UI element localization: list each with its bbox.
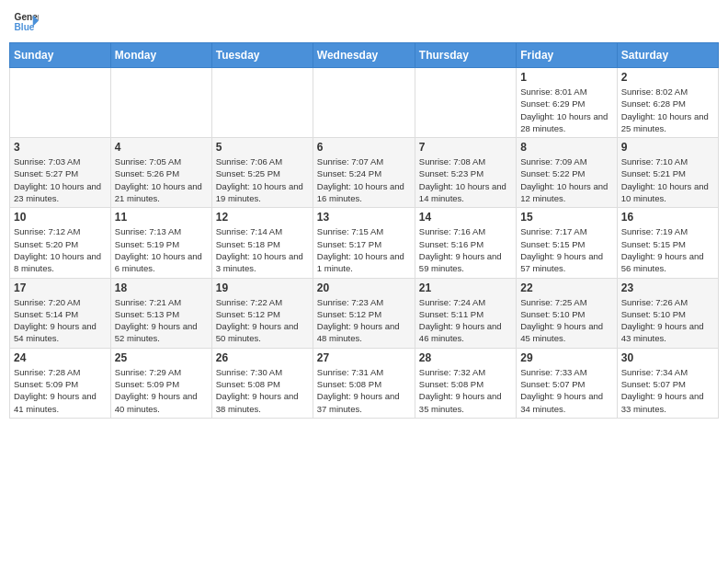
day-info: Sunrise: 7:16 AM Sunset: 5:16 PM Dayligh…	[419, 225, 512, 274]
day-number: 11	[115, 211, 208, 224]
calendar-cell: 24 Sunrise: 7:28 AM Sunset: 5:09 PM Dayl…	[10, 348, 111, 418]
sunrise-text: Sunrise: 7:25 AM	[520, 297, 586, 307]
daylight-text: Daylight: 10 hours and 14 minutes.	[419, 181, 506, 203]
sunset-text: Sunset: 6:28 PM	[621, 98, 686, 109]
day-number: 28	[419, 351, 512, 364]
daylight-text: Daylight: 9 hours and 56 minutes.	[621, 251, 704, 273]
daylight-text: Daylight: 10 hours and 3 minutes.	[216, 251, 303, 273]
sunset-text: Sunset: 5:13 PM	[115, 309, 179, 319]
day-number: 7	[419, 141, 512, 154]
sunset-text: Sunset: 5:12 PM	[216, 309, 280, 319]
logo: General Blue	[13, 9, 39, 35]
sunrise-text: Sunrise: 7:19 AM	[621, 226, 688, 236]
day-number: 12	[216, 211, 309, 224]
day-number: 20	[317, 282, 411, 294]
calendar-cell	[10, 68, 111, 138]
calendar-cell: 19 Sunrise: 7:22 AM Sunset: 5:12 PM Dayl…	[211, 278, 313, 348]
calendar-cell: 27 Sunrise: 7:31 AM Sunset: 5:08 PM Dayl…	[313, 348, 415, 418]
day-info: Sunrise: 7:21 AM Sunset: 5:13 PM Dayligh…	[115, 296, 208, 345]
calendar-cell	[211, 68, 313, 138]
day-info: Sunrise: 7:13 AM Sunset: 5:19 PM Dayligh…	[115, 225, 208, 274]
daylight-text: Daylight: 9 hours and 40 minutes.	[115, 391, 198, 413]
sunset-text: Sunset: 5:23 PM	[419, 168, 483, 178]
day-number: 25	[115, 351, 208, 364]
weekday-header-monday: Monday	[110, 43, 211, 68]
calendar-cell: 28 Sunrise: 7:32 AM Sunset: 5:08 PM Dayl…	[415, 348, 516, 418]
calendar-cell	[415, 68, 516, 138]
day-info: Sunrise: 7:09 AM Sunset: 5:22 PM Dayligh…	[520, 155, 612, 204]
daylight-text: Daylight: 10 hours and 28 minutes.	[520, 111, 608, 133]
day-number: 10	[14, 211, 107, 224]
sunset-text: Sunset: 5:25 PM	[216, 168, 280, 178]
day-info: Sunrise: 7:10 AM Sunset: 5:21 PM Dayligh…	[621, 155, 714, 204]
day-info: Sunrise: 7:12 AM Sunset: 5:20 PM Dayligh…	[14, 225, 107, 274]
calendar-cell: 17 Sunrise: 7:20 AM Sunset: 5:14 PM Dayl…	[10, 278, 111, 348]
day-info: Sunrise: 7:34 AM Sunset: 5:07 PM Dayligh…	[621, 366, 714, 415]
day-number: 26	[216, 351, 309, 364]
daylight-text: Daylight: 10 hours and 8 minutes.	[14, 251, 101, 273]
day-info: Sunrise: 7:23 AM Sunset: 5:12 PM Dayligh…	[317, 296, 411, 345]
sunrise-text: Sunrise: 7:03 AM	[14, 156, 80, 167]
daylight-text: Daylight: 10 hours and 1 minute.	[317, 251, 404, 273]
sunset-text: Sunset: 5:21 PM	[621, 168, 686, 178]
day-info: Sunrise: 7:08 AM Sunset: 5:23 PM Dayligh…	[419, 155, 512, 204]
day-info: Sunrise: 7:32 AM Sunset: 5:08 PM Dayligh…	[419, 366, 512, 415]
page-header: General Blue	[9, 9, 719, 35]
calendar-week-3: 10 Sunrise: 7:12 AM Sunset: 5:20 PM Dayl…	[10, 208, 719, 278]
day-info: Sunrise: 7:03 AM Sunset: 5:27 PM Dayligh…	[14, 155, 107, 204]
sunrise-text: Sunrise: 7:33 AM	[520, 367, 586, 377]
sunrise-text: Sunrise: 8:01 AM	[520, 86, 586, 97]
sunset-text: Sunset: 5:12 PM	[317, 309, 381, 319]
logo-icon: General Blue	[13, 9, 39, 35]
sunset-text: Sunset: 5:10 PM	[520, 309, 585, 319]
sunset-text: Sunset: 5:10 PM	[621, 309, 686, 319]
calendar-week-4: 17 Sunrise: 7:20 AM Sunset: 5:14 PM Dayl…	[10, 278, 719, 348]
weekday-header-sunday: Sunday	[10, 43, 111, 68]
day-number: 3	[14, 141, 107, 154]
day-number: 13	[317, 211, 411, 224]
day-number: 24	[14, 351, 107, 364]
sunset-text: Sunset: 5:08 PM	[216, 379, 280, 389]
calendar-cell: 14 Sunrise: 7:16 AM Sunset: 5:16 PM Dayl…	[415, 208, 516, 278]
sunrise-text: Sunrise: 7:16 AM	[419, 226, 485, 236]
day-info: Sunrise: 7:15 AM Sunset: 5:17 PM Dayligh…	[317, 225, 411, 274]
day-info: Sunrise: 7:22 AM Sunset: 5:12 PM Dayligh…	[216, 296, 309, 345]
sunrise-text: Sunrise: 7:31 AM	[317, 367, 383, 377]
daylight-text: Daylight: 9 hours and 41 minutes.	[14, 391, 97, 413]
daylight-text: Daylight: 9 hours and 48 minutes.	[317, 321, 400, 343]
sunrise-text: Sunrise: 7:12 AM	[14, 226, 80, 236]
sunrise-text: Sunrise: 7:20 AM	[14, 297, 80, 307]
weekday-header-friday: Friday	[517, 43, 617, 68]
day-info: Sunrise: 7:19 AM Sunset: 5:15 PM Dayligh…	[621, 225, 714, 274]
daylight-text: Daylight: 9 hours and 57 minutes.	[520, 251, 603, 273]
calendar-cell: 8 Sunrise: 7:09 AM Sunset: 5:22 PM Dayli…	[517, 138, 617, 208]
calendar-cell: 18 Sunrise: 7:21 AM Sunset: 5:13 PM Dayl…	[110, 278, 211, 348]
calendar-cell: 16 Sunrise: 7:19 AM Sunset: 5:15 PM Dayl…	[617, 208, 718, 278]
calendar-cell: 29 Sunrise: 7:33 AM Sunset: 5:07 PM Dayl…	[517, 348, 617, 418]
day-number: 23	[621, 282, 714, 294]
weekday-header-row: SundayMondayTuesdayWednesdayThursdayFrid…	[10, 43, 719, 68]
day-number: 17	[14, 282, 107, 294]
calendar-cell: 25 Sunrise: 7:29 AM Sunset: 5:09 PM Dayl…	[110, 348, 211, 418]
day-info: Sunrise: 7:17 AM Sunset: 5:15 PM Dayligh…	[520, 225, 612, 274]
calendar-cell: 2 Sunrise: 8:02 AM Sunset: 6:28 PM Dayli…	[617, 68, 718, 138]
calendar-cell: 26 Sunrise: 7:30 AM Sunset: 5:08 PM Dayl…	[211, 348, 313, 418]
calendar-cell: 7 Sunrise: 7:08 AM Sunset: 5:23 PM Dayli…	[415, 138, 516, 208]
day-info: Sunrise: 7:33 AM Sunset: 5:07 PM Dayligh…	[520, 366, 612, 415]
calendar-cell: 3 Sunrise: 7:03 AM Sunset: 5:27 PM Dayli…	[10, 138, 111, 208]
sunrise-text: Sunrise: 7:09 AM	[520, 156, 586, 167]
sunrise-text: Sunrise: 7:08 AM	[419, 156, 485, 167]
weekday-header-tuesday: Tuesday	[211, 43, 313, 68]
sunset-text: Sunset: 5:27 PM	[14, 168, 78, 178]
calendar-cell: 11 Sunrise: 7:13 AM Sunset: 5:19 PM Dayl…	[110, 208, 211, 278]
daylight-text: Daylight: 10 hours and 6 minutes.	[115, 251, 202, 273]
day-number: 8	[520, 141, 612, 154]
day-number: 21	[419, 282, 512, 294]
daylight-text: Daylight: 9 hours and 45 minutes.	[520, 321, 603, 343]
sunrise-text: Sunrise: 7:15 AM	[317, 226, 383, 236]
sunrise-text: Sunrise: 7:28 AM	[14, 367, 80, 377]
calendar-cell: 23 Sunrise: 7:26 AM Sunset: 5:10 PM Dayl…	[617, 278, 718, 348]
day-info: Sunrise: 7:14 AM Sunset: 5:18 PM Dayligh…	[216, 225, 309, 274]
sunrise-text: Sunrise: 7:29 AM	[115, 367, 181, 377]
daylight-text: Daylight: 10 hours and 23 minutes.	[14, 181, 101, 203]
